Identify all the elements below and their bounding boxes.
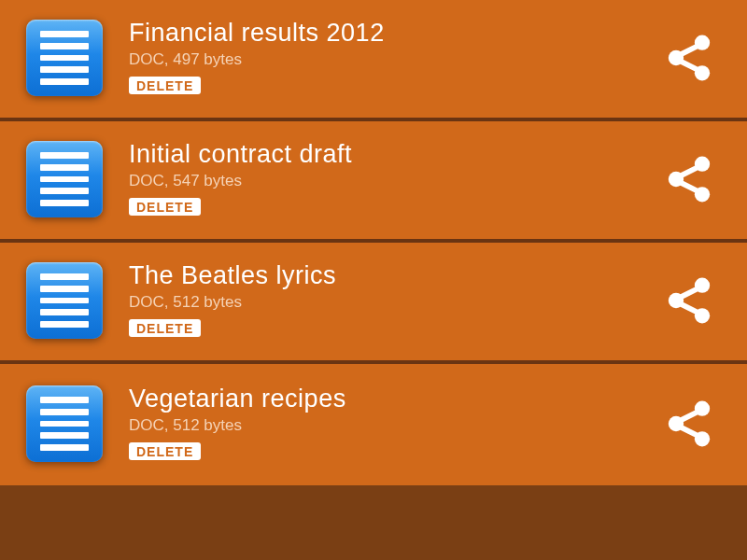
list-item[interactable]: The Beatles lyrics DOC, 512 bytes DELETE — [0, 243, 747, 364]
delete-button[interactable]: DELETE — [129, 77, 201, 94]
file-info: The Beatles lyrics DOC, 512 bytes DELETE — [103, 264, 663, 338]
document-icon — [26, 141, 103, 217]
list-item[interactable]: Initial contract draft DOC, 547 bytes DE… — [0, 121, 747, 243]
file-info: Initial contract draft DOC, 547 bytes DE… — [103, 143, 663, 217]
file-title: Initial contract draft — [129, 141, 663, 169]
file-list: Financial results 2012 DOC, 497 bytes DE… — [0, 0, 747, 485]
delete-button[interactable]: DELETE — [129, 198, 201, 216]
share-icon[interactable] — [663, 153, 715, 205]
document-icon — [26, 20, 103, 96]
file-title: Financial results 2012 — [129, 20, 663, 48]
share-icon[interactable] — [663, 398, 715, 450]
list-item[interactable]: Vegetarian recipes DOC, 512 bytes DELETE — [0, 364, 747, 485]
document-icon — [26, 385, 103, 462]
document-icon — [26, 262, 103, 339]
file-title: The Beatles lyrics — [129, 262, 663, 290]
file-title: Vegetarian recipes — [129, 385, 663, 413]
share-icon[interactable] — [663, 274, 715, 327]
footer-bar — [0, 485, 747, 560]
file-meta: DOC, 512 bytes — [129, 293, 663, 312]
delete-button[interactable]: DELETE — [129, 319, 201, 337]
delete-button[interactable]: DELETE — [129, 442, 201, 460]
file-info: Financial results 2012 DOC, 497 bytes DE… — [103, 21, 663, 95]
file-info: Vegetarian recipes DOC, 512 bytes DELETE — [103, 387, 663, 461]
list-item[interactable]: Financial results 2012 DOC, 497 bytes DE… — [0, 0, 747, 121]
file-meta: DOC, 512 bytes — [129, 416, 663, 435]
share-icon[interactable] — [663, 32, 715, 84]
file-meta: DOC, 547 bytes — [129, 172, 663, 190]
file-meta: DOC, 497 bytes — [129, 50, 663, 69]
